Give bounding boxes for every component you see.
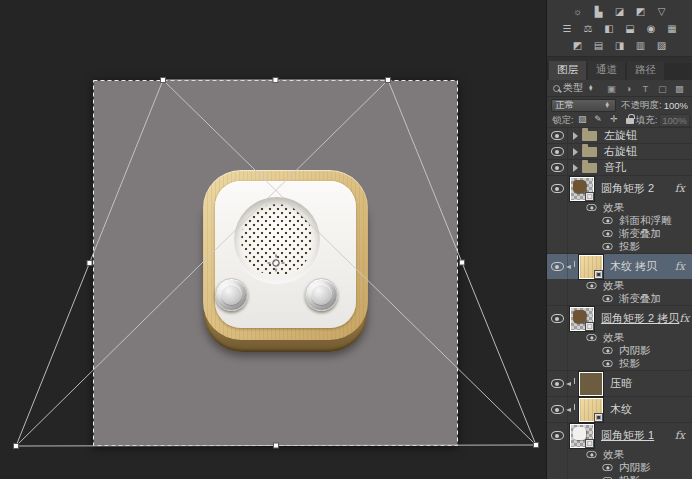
effect-row[interactable]: 投影 [547,240,692,253]
selective-color-icon[interactable]: ▨ [655,39,669,52]
transform-handle-bottom-left[interactable] [14,444,19,449]
tab-通道[interactable]: 通道 [588,61,625,80]
visibility-toggle[interactable] [547,279,568,292]
expand-triangle-icon[interactable] [573,164,578,172]
visibility-toggle[interactable] [547,240,568,253]
effects-header-row[interactable]: 效果 [547,279,692,292]
layer-row[interactable]: 压暗 [547,370,692,396]
visibility-toggle[interactable] [547,227,568,240]
eye-icon[interactable] [586,204,596,211]
channel-mixer-icon[interactable]: ◉ [644,22,658,35]
layer-fx-badge[interactable]: fx [679,312,692,325]
filter-adjustment-layers-icon[interactable]: ◑ [622,83,634,94]
fill-value[interactable]: 100% [659,114,689,127]
layer-group-row[interactable]: 右旋钮 [547,143,692,159]
exposure-icon[interactable]: ◩ [634,5,648,18]
effect-row[interactable]: 内阴影 [547,344,692,357]
layer-row[interactable]: ▢圆角矩形 2 拷贝fx [547,305,692,331]
filter-type-layers-icon[interactable]: T [639,83,651,94]
layer-fx-badge[interactable]: fx [675,260,692,273]
lock-all-icon[interactable] [625,114,636,126]
layer-row[interactable]: ▢圆角矩形 1fx [547,422,692,448]
eye-icon[interactable] [586,334,596,341]
hue-saturation-icon[interactable]: ☰ [560,22,574,35]
layer-thumbnail[interactable] [579,372,603,396]
lock-transparency-icon[interactable]: ▨ [577,114,588,126]
visibility-toggle[interactable] [547,201,568,214]
visibility-toggle[interactable] [547,128,568,143]
transform-handle-left-middle[interactable] [87,261,92,266]
tab-图层[interactable]: 图层 [549,61,586,80]
visibility-toggle[interactable] [547,214,568,227]
visibility-toggle[interactable] [547,331,568,344]
effect-row[interactable]: 渐变叠加 [547,292,692,305]
layer-thumbnail[interactable]: ▢ [570,307,594,331]
filter-pixel-layers-icon[interactable]: ▣ [605,83,617,94]
visibility-toggle[interactable] [547,292,568,305]
visibility-toggle[interactable] [547,423,568,448]
filter-kind-dropdown[interactable]: 类型 ▲▼ [551,80,597,96]
color-balance-icon[interactable]: ⚖ [581,22,595,35]
transform-handle-right-middle[interactable] [460,260,465,265]
visibility-toggle[interactable] [547,357,568,370]
eye-icon[interactable] [602,295,612,302]
levels-icon[interactable]: ▙ [592,5,606,18]
visibility-toggle[interactable] [547,371,568,396]
expand-triangle-icon[interactable] [573,132,578,140]
layer-thumbnail[interactable]: ▢ [570,424,594,448]
layer-row[interactable]: ▢圆角矩形 2fx [547,175,692,201]
eye-icon[interactable] [586,282,596,289]
effects-header-row[interactable]: 效果 [547,201,692,214]
eye-icon[interactable] [602,230,612,237]
effect-row[interactable]: 投影 [547,357,692,370]
curves-icon[interactable]: ◪ [613,5,627,18]
vibrance-icon[interactable]: ▽ [655,5,669,18]
lock-pixels-icon[interactable]: ✎ [593,114,604,126]
invert-icon[interactable]: ◩ [571,39,585,52]
visibility-toggle[interactable] [547,397,568,422]
canvas-area[interactable] [0,0,546,479]
threshold-icon[interactable]: ◨ [613,39,627,52]
photo-filter-icon[interactable]: ⬓ [623,22,637,35]
blend-mode-dropdown[interactable]: 正常 ▲▼ [551,99,616,112]
layer-group-row[interactable]: 音孔 [547,159,692,175]
visibility-toggle[interactable] [547,160,568,175]
visibility-toggle[interactable] [547,448,568,461]
tab-路径[interactable]: 路径 [627,61,664,80]
filter-shape-layers-icon[interactable]: ▢ [656,83,668,94]
posterize-icon[interactable]: ▤ [592,39,606,52]
transform-handle-bottom-right[interactable] [534,443,539,448]
visibility-toggle[interactable] [547,144,568,159]
visibility-toggle[interactable] [547,254,568,279]
eye-icon[interactable] [602,464,612,471]
eye-icon[interactable] [602,217,612,224]
visibility-toggle[interactable] [547,344,568,357]
visibility-toggle[interactable] [547,474,568,479]
lock-position-icon[interactable]: ✛ [609,114,620,126]
layer-fx-badge[interactable]: fx [675,429,692,442]
effect-row[interactable]: 投影 [547,474,692,479]
effect-row[interactable]: 斜面和浮雕 [547,214,692,227]
layer-row[interactable]: ▣木纹 拷贝fx [547,253,692,279]
eye-icon[interactable] [602,347,612,354]
effects-header-row[interactable]: 效果 [547,331,692,344]
gradient-map-icon[interactable]: ▥ [634,39,648,52]
brightness-contrast-icon[interactable]: ☼ [571,5,585,18]
eye-icon[interactable] [602,360,612,367]
eye-icon[interactable] [586,451,596,458]
layer-thumbnail[interactable]: ▣ [579,398,603,422]
opacity-value[interactable]: 100% [664,100,688,111]
layer-group-row[interactable]: 左旋钮 [547,127,692,143]
layer-thumbnail[interactable]: ▣ [579,255,603,279]
visibility-toggle[interactable] [547,461,568,474]
effect-row[interactable]: 渐变叠加 [547,227,692,240]
visibility-toggle[interactable] [547,306,568,331]
layer-thumbnail[interactable]: ▢ [570,177,594,201]
layer-fx-badge[interactable]: fx [675,182,692,195]
black-white-icon[interactable]: ◧ [602,22,616,35]
color-lookup-icon[interactable]: ▦ [665,22,679,35]
eye-icon[interactable] [602,243,612,250]
filter-smart-objects-icon[interactable]: ▩ [673,83,685,94]
expand-triangle-icon[interactable] [573,148,578,156]
visibility-toggle[interactable] [547,176,568,201]
